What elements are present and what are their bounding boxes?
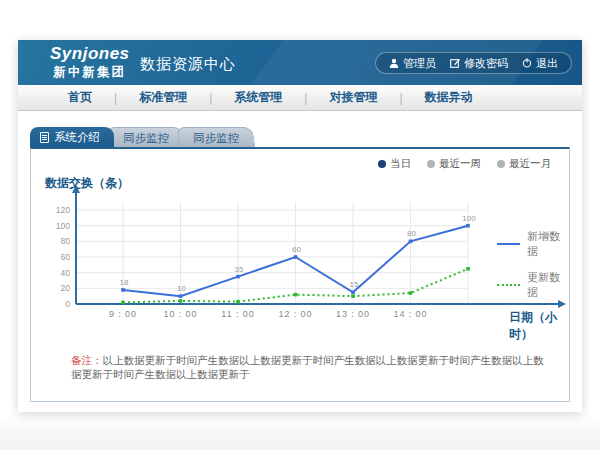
main-nav: 首页| 标准管理| 系统管理| 对接管理| 数据异动 — [18, 85, 582, 111]
y-axis-title: 数据交换（条） — [45, 175, 129, 192]
svg-text:12：00: 12：00 — [278, 309, 312, 319]
svg-text:60: 60 — [292, 245, 301, 254]
svg-text:14：00: 14：00 — [393, 309, 427, 319]
svg-text:40: 40 — [61, 268, 71, 278]
radio-today[interactable]: 当日 — [378, 157, 411, 171]
tab-sync-monitor-2[interactable]: 同步监控 — [177, 127, 256, 147]
svg-text:120: 120 — [56, 205, 70, 215]
footnote: 备注：以上数据更新于时间产生数据以上数据更新于时间产生数据以上数据更新于时间产生… — [71, 354, 551, 382]
radio-last-month[interactable]: 最近一月 — [497, 157, 551, 171]
dotted-line-icon — [497, 284, 520, 286]
radio-unselected-icon — [427, 160, 435, 168]
footnote-text: 以上数据更新于时间产生数据以上数据更新于时间产生数据以上数据更新于时间产生数据以… — [71, 354, 544, 380]
nav-item-system-mgmt[interactable]: 系统管理 — [212, 89, 304, 106]
logo-english: Synjones — [50, 44, 130, 64]
time-range-radios: 当日 最近一周 最近一月 — [378, 157, 551, 171]
svg-text:35: 35 — [235, 265, 244, 274]
svg-text:10: 10 — [177, 284, 186, 293]
svg-text:80: 80 — [407, 229, 416, 238]
user-toolbar: 管理员 修改密码 退出 — [375, 52, 572, 74]
svg-text:60: 60 — [61, 252, 71, 262]
svg-text:9：00: 9：00 — [109, 309, 137, 319]
chart-legend: 新增数据 更新数据 — [497, 229, 569, 311]
legend-item-new-data[interactable]: 新增数据 — [497, 229, 569, 259]
tab-bar: 系统介绍 同步监控 同步监控 — [30, 127, 248, 147]
svg-text:13：00: 13：00 — [336, 309, 370, 319]
svg-text:11：00: 11：00 — [221, 309, 254, 319]
logout-button[interactable]: 退出 — [522, 56, 558, 71]
edit-icon — [450, 58, 460, 68]
svg-text:15: 15 — [350, 280, 359, 289]
app-window: Synjones 新中新集团 数据资源中心 管理员 修改密码 退出 — [18, 40, 582, 412]
svg-text:100: 100 — [56, 221, 70, 231]
current-user-button[interactable]: 管理员 — [389, 56, 436, 71]
radio-last-week[interactable]: 最近一周 — [427, 157, 481, 171]
svg-text:20: 20 — [61, 283, 71, 293]
company-logo: Synjones 新中新集团 — [50, 44, 130, 81]
svg-text:80: 80 — [61, 236, 71, 246]
change-password-button[interactable]: 修改密码 — [450, 56, 508, 71]
svg-text:100: 100 — [462, 214, 476, 223]
solid-line-icon — [497, 243, 520, 245]
svg-text:0: 0 — [65, 299, 70, 309]
power-icon — [522, 58, 532, 68]
nav-item-standard-mgmt[interactable]: 标准管理 — [117, 89, 209, 106]
nav-item-interface-mgmt[interactable]: 对接管理 — [307, 89, 399, 106]
nav-item-home[interactable]: 首页 — [46, 89, 114, 106]
legend-item-updated-data[interactable]: 更新数据 — [497, 270, 569, 300]
svg-text:18: 18 — [120, 278, 129, 287]
tab-sync-monitor-1[interactable]: 同步监控 — [107, 127, 186, 147]
app-header: Synjones 新中新集团 数据资源中心 管理员 修改密码 退出 — [18, 40, 582, 85]
tab-system-intro[interactable]: 系统介绍 — [30, 127, 114, 147]
x-axis-title: 日期（小时） — [509, 309, 569, 343]
page-title: 数据资源中心 — [140, 55, 236, 74]
nav-item-data-change[interactable]: 数据异动 — [403, 89, 495, 106]
user-icon — [389, 58, 399, 68]
content-panel: 0204060801001209：0010：0011：0012：0013：001… — [30, 147, 570, 402]
svg-text:10：00: 10：00 — [163, 309, 197, 319]
document-icon — [40, 132, 49, 143]
radio-selected-icon — [378, 160, 386, 168]
logo-chinese: 新中新集团 — [50, 64, 130, 81]
radio-unselected-icon — [497, 160, 505, 168]
footnote-label: 备注： — [71, 354, 103, 366]
